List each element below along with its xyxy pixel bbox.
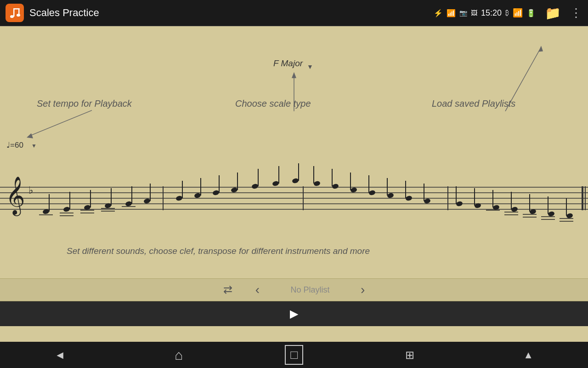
svg-point-49 bbox=[194, 192, 201, 198]
notation-area: 𝄞 ♭ bbox=[0, 160, 588, 233]
up-button[interactable]: ▲ bbox=[516, 345, 541, 365]
photo-icon: 📷 bbox=[459, 9, 467, 17]
svg-point-45 bbox=[143, 198, 151, 204]
recent-button[interactable]: □ bbox=[285, 345, 303, 365]
svg-point-63 bbox=[332, 183, 339, 189]
svg-point-69 bbox=[387, 192, 394, 198]
svg-point-42 bbox=[125, 201, 132, 207]
svg-point-73 bbox=[424, 198, 431, 204]
svg-point-61 bbox=[313, 180, 321, 186]
status-icons: ⚡ 📶 📷 🖼 15:20 ₿ 📶 🔋 bbox=[434, 8, 536, 18]
image-icon: 🖼 bbox=[471, 9, 477, 17]
wifi-icon: 📶 bbox=[513, 8, 523, 18]
svg-point-90 bbox=[548, 211, 555, 217]
clock: 15:20 bbox=[481, 8, 502, 18]
app: Scales Practice ⚡ 📶 📷 🖼 15:20 ₿ 📶 🔋 📁 ⋮ bbox=[0, 0, 588, 368]
svg-point-53 bbox=[231, 187, 238, 193]
svg-marker-8 bbox=[27, 133, 33, 138]
tempo-dropdown-arrow[interactable]: ▼ bbox=[31, 143, 37, 149]
app-icon bbox=[6, 4, 24, 22]
svg-rect-2 bbox=[13, 8, 15, 17]
playlist-load-annotation: Load saved Playlists bbox=[432, 98, 515, 109]
prev-button[interactable]: ‹ bbox=[251, 281, 264, 299]
battery-icon: 🔋 bbox=[526, 9, 536, 17]
svg-marker-6 bbox=[292, 72, 296, 78]
play-area: ▶ bbox=[0, 301, 588, 326]
svg-rect-4 bbox=[18, 8, 20, 15]
svg-point-55 bbox=[251, 183, 259, 189]
svg-point-71 bbox=[405, 195, 413, 201]
app-title: Scales Practice bbox=[29, 7, 434, 19]
bottom-navbar: ◄ ⌂ □ ⊞ ▲ bbox=[0, 342, 588, 368]
usb-icon: ⚡ bbox=[434, 9, 443, 17]
folder-icon[interactable]: 📁 bbox=[545, 6, 561, 21]
scale-annotation: Choose scale type bbox=[235, 98, 311, 109]
music-notation: 𝄞 ♭ bbox=[0, 160, 588, 233]
svg-point-75 bbox=[456, 201, 463, 207]
grid-button[interactable]: ⊞ bbox=[398, 345, 422, 365]
back-button[interactable]: ◄ bbox=[47, 345, 73, 365]
home-button[interactable]: ⌂ bbox=[167, 344, 190, 367]
svg-point-65 bbox=[350, 187, 357, 193]
main-content: F Major ▼ ♩=60 ▼ Set tempo for Playback … bbox=[0, 26, 588, 342]
menu-icon[interactable]: ⋮ bbox=[570, 6, 582, 20]
tempo-annotation: Set tempo for Playback bbox=[37, 98, 132, 109]
svg-point-94 bbox=[566, 213, 573, 218]
svg-line-7 bbox=[30, 110, 92, 136]
svg-point-47 bbox=[175, 195, 183, 201]
playlist-label: No Playlist bbox=[278, 285, 342, 295]
tempo-label[interactable]: ♩=60 bbox=[6, 140, 23, 150]
svg-point-57 bbox=[272, 180, 279, 186]
svg-text:𝄞: 𝄞 bbox=[6, 177, 25, 216]
shuffle-button[interactable]: ⇄ bbox=[219, 282, 237, 298]
playlist-bar: ⇄ ‹ No Playlist › bbox=[0, 278, 588, 301]
scale-type-label[interactable]: F Major bbox=[273, 58, 303, 69]
svg-point-59 bbox=[292, 178, 299, 184]
bluetooth-icon: ₿ bbox=[505, 9, 509, 17]
svg-point-51 bbox=[212, 190, 220, 196]
top-bar: Scales Practice ⚡ 📶 📷 🖼 15:20 ₿ 📶 🔋 📁 ⋮ bbox=[0, 0, 588, 26]
play-button[interactable]: ▶ bbox=[290, 307, 298, 320]
sim-icon: 📶 bbox=[447, 9, 456, 17]
svg-point-30 bbox=[63, 206, 70, 212]
svg-text:♭: ♭ bbox=[28, 184, 33, 196]
svg-marker-10 bbox=[538, 46, 543, 52]
next-button[interactable]: › bbox=[356, 281, 369, 299]
scale-dropdown-arrow[interactable]: ▼ bbox=[307, 63, 313, 70]
topbar-actions: ⚡ 📶 📷 🖼 15:20 ₿ 📶 🔋 📁 ⋮ bbox=[434, 6, 582, 21]
svg-point-67 bbox=[368, 190, 376, 196]
sounds-annotation: Set different sounds, choose clef, trans… bbox=[67, 246, 370, 256]
svg-point-0 bbox=[10, 15, 14, 18]
svg-point-82 bbox=[511, 206, 518, 212]
